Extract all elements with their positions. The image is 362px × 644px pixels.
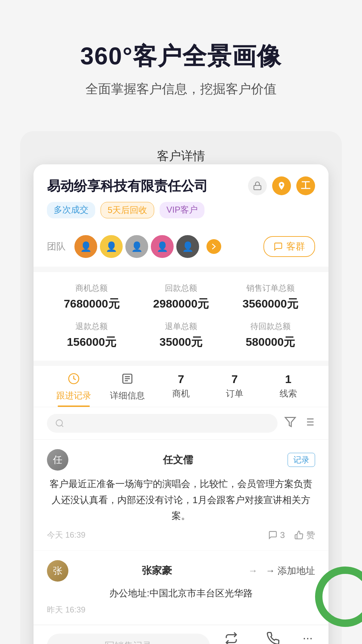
- hero-section: 360°客户全景画像 全面掌握客户信息，挖掘客户价值: [0, 0, 362, 118]
- tab-label-genjin: 跟进记录: [56, 390, 91, 401]
- stat-huikuanzong: 回款总额 2980000元: [136, 283, 226, 312]
- bottom-action-more[interactable]: ··· 更多: [300, 632, 315, 644]
- location-icon: [277, 181, 286, 191]
- stat-value-5: 580000元: [226, 334, 315, 350]
- stat-label-2: 销售订单总额: [226, 283, 315, 293]
- phone-content: 团队 👤 👤 👤 👤 👤 客群: [34, 226, 328, 644]
- company-name: 易动纷享科技有限责任公司: [47, 177, 208, 195]
- search-input-wrap[interactable]: [47, 414, 278, 433]
- kequn-label: 客群: [286, 240, 305, 253]
- search-icon: [55, 419, 64, 428]
- stat-value-2: 3560000元: [226, 296, 315, 312]
- stats-row-1: 商机总额 7680000元 回款总额 2980000元 销售订单总额 35600…: [47, 283, 315, 312]
- hero-title: 360°客户全景画像: [20, 40, 342, 72]
- feed-comment-action[interactable]: 3: [268, 530, 285, 540]
- tab-label-dingdan: 订单: [226, 388, 243, 399]
- avatar-3: 👤: [125, 234, 149, 259]
- call-icon: [266, 632, 280, 644]
- avatar-more[interactable]: [206, 239, 221, 254]
- stat-shangjizong: 商机总额 7680000元: [47, 283, 136, 312]
- svg-line-7: [61, 425, 63, 427]
- stat-daihuikuan: 待回款总额 580000元: [226, 321, 315, 350]
- stats-row-2: 退款总额 156000元 退单总额 35000元 待回款总额 580000元: [47, 321, 315, 350]
- hero-subtitle: 全面掌握客户信息，挖掘客户价值: [20, 80, 342, 98]
- lock-icon-btn[interactable]: [248, 176, 267, 195]
- tab-label-shangji: 商机: [172, 388, 190, 399]
- tab-xiansuo[interactable]: 1 线索: [261, 373, 315, 407]
- stat-value-1: 2980000元: [136, 296, 226, 312]
- tab-label-xiansuo: 线索: [280, 388, 297, 399]
- work-icon: 工: [301, 179, 310, 192]
- feed-footer-2: 昨天 16:39: [47, 604, 315, 615]
- avatar-5: 👤: [176, 234, 200, 259]
- stat-value-0: 7680000元: [47, 296, 136, 312]
- bg-card-title: 客户详情: [34, 148, 328, 164]
- tab-dingdan[interactable]: 7 订单: [208, 373, 261, 407]
- search-row: [34, 407, 328, 440]
- svg-marker-8: [285, 417, 295, 426]
- tag-vip: VIP客户: [160, 202, 204, 218]
- feed-item-2-header: 张 张家豪 → → 添加地址: [47, 560, 315, 582]
- bottom-actions: 发起流程 打电话 ··· 更多: [217, 632, 315, 644]
- feed-item-2: 张 张家豪 → → 添加地址 办公地址:中国北京市丰台区光华路 昨天 16:39: [34, 551, 328, 625]
- tab-icon-xiangxi: [121, 373, 133, 388]
- like-icon: [294, 530, 304, 540]
- feed-user-2: 张家豪: [74, 564, 240, 578]
- feed-action-arrow: →: [248, 566, 257, 576]
- feed-actions-1: 3 赞: [268, 529, 315, 541]
- card-container: 客户详情 易动纷享科技有限责任公司: [20, 131, 342, 644]
- avatar-1: 👤: [74, 234, 98, 259]
- bottom-action-call[interactable]: 打电话: [262, 632, 284, 644]
- more-icon: ···: [303, 632, 313, 644]
- stats-grid: 商机总额 7680000元 回款总额 2980000元 销售订单总额 35600…: [34, 272, 328, 361]
- feed-footer-1: 今天 16:39 3: [47, 529, 315, 541]
- stat-label-4: 退单总额: [136, 321, 226, 332]
- stat-value-3: 156000元: [47, 334, 136, 350]
- main-card: 易动纷享科技有限责任公司: [34, 164, 328, 644]
- feed-tag-1: 记录: [288, 453, 315, 467]
- chat-icon: [274, 242, 283, 251]
- tab-shangji[interactable]: 7 商机: [154, 373, 208, 407]
- feed-like-action[interactable]: 赞: [294, 529, 315, 541]
- stat-xiaoshouding: 销售订单总额 3560000元: [226, 283, 315, 312]
- location-icon-btn[interactable]: [272, 176, 291, 195]
- chevron-right-icon: [210, 243, 218, 251]
- sort-icon[interactable]: [303, 416, 315, 431]
- bg-card: 客户详情 易动纷享科技有限责任公司: [20, 131, 342, 644]
- tab-label-xiangxi: 详细信息: [110, 390, 145, 401]
- feed-item-1-header: 任 任文儒 记录: [47, 449, 315, 471]
- stat-label-3: 退款总额: [47, 321, 136, 332]
- feed-user-1: 任文儒: [74, 453, 282, 467]
- work-icon-btn[interactable]: 工: [296, 176, 315, 195]
- filter-icon[interactable]: [284, 416, 296, 431]
- like-label: 赞: [306, 529, 315, 541]
- tab-icon-genjin: [68, 373, 80, 388]
- feed-content-1: 客户最近正准备一场海宁的演唱会，比较忙，会员管理方案负责人还没认真看，内部还没有…: [47, 476, 315, 524]
- stat-label-1: 回款总额: [136, 283, 226, 293]
- tag-duocichenjiao: 多次成交: [47, 202, 95, 218]
- feed-avatar-renwenru: 任: [47, 449, 68, 471]
- write-record-input[interactable]: 写销售记录: [47, 634, 210, 644]
- company-header: 易动纷享科技有限责任公司: [34, 164, 328, 226]
- tab-genjinjilu[interactable]: 跟进记录: [47, 373, 101, 407]
- kequn-button[interactable]: 客群: [263, 236, 315, 257]
- company-top-row: 易动纷享科技有限责任公司: [47, 176, 315, 195]
- stat-label-0: 商机总额: [47, 283, 136, 293]
- feed-item-1: 任 任文儒 记录 客户最近正准备一场海宁的演唱会，比较忙，会员管理方案负责人还没…: [34, 440, 328, 551]
- svg-rect-0: [254, 185, 261, 190]
- tab-count-xiansuo: 1: [285, 373, 292, 386]
- tab-xiangxi[interactable]: 详细信息: [101, 373, 154, 407]
- feed-address: 办公地址:中国北京市丰台区光华路: [47, 587, 315, 600]
- svg-point-6: [56, 420, 63, 426]
- feed: 任 任文儒 记录 客户最近正准备一场海宁的演唱会，比较忙，会员管理方案负责人还没…: [34, 440, 328, 625]
- bottom-action-flow[interactable]: 发起流程: [217, 632, 246, 644]
- feed-avatar-zhangjahao: 张: [47, 560, 68, 582]
- feed-time-2: 昨天 16:39: [47, 604, 85, 615]
- comment-icon: [268, 530, 278, 540]
- tab-count-shangji: 7: [178, 373, 184, 386]
- flow-icon: [225, 632, 238, 644]
- lock-icon: [253, 181, 262, 191]
- stat-label-5: 待回款总额: [226, 321, 315, 332]
- bottom-bar: 写销售记录 发起流程: [34, 625, 328, 644]
- avatar-4: 👤: [150, 234, 174, 259]
